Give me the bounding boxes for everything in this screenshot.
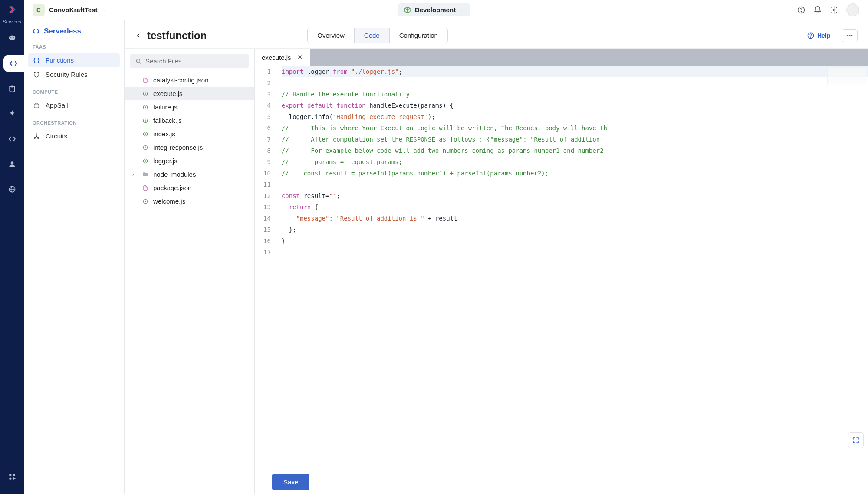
sidebar-item-security-rules[interactable]: Security Rules [28,67,120,82]
file-name: integ-response.js [153,144,203,151]
file-item[interactable]: fallback.js [125,114,254,127]
file-item[interactable]: welcome.js [125,194,254,208]
tab-code[interactable]: Code [355,28,390,43]
braces-icon [33,57,40,64]
svg-point-0 [9,36,15,40]
more-button[interactable]: ••• [842,29,858,42]
save-button[interactable]: Save [272,474,309,490]
project-selector[interactable]: C ConvoKraftTest [33,4,107,16]
svg-rect-14 [34,104,39,108]
chevron-down-icon [459,7,464,13]
file-type-icon [142,104,149,111]
file-name: execute.js [153,90,183,97]
sidebar-brand: Serverless [32,27,116,36]
file-name: welcome.js [153,198,185,205]
file-name: node_modules [153,171,196,178]
svg-rect-8 [9,474,11,476]
cube-icon [404,6,411,14]
content-header: testfunction OverviewCodeConfiguration H… [125,20,868,49]
back-button[interactable] [135,32,142,39]
project-name: ConvoKraftTest [49,6,97,13]
svg-point-2 [13,37,13,38]
svg-point-12 [801,11,801,12]
sidebar-item-circuits[interactable]: Circuits [28,129,120,143]
shield-icon [33,71,40,78]
user-avatar[interactable] [846,3,859,16]
rail-label: Services [3,19,21,24]
sidebar-item-label: AppSail [46,102,68,109]
file-type-icon [142,171,149,178]
editor-tabs: execute.js ✕ [255,49,868,66]
sidebar-item-label: Security Rules [46,71,88,78]
rail-icon-user[interactable] [3,155,21,173]
svg-line-21 [140,62,141,63]
search-icon [135,58,142,65]
page-title: testfunction [147,30,207,42]
editor-footer: Save [255,470,868,494]
help-icon[interactable] [797,6,806,14]
svg-point-16 [34,137,36,138]
rail-icon-datastore[interactable] [3,80,21,97]
minimap[interactable] [827,68,866,85]
file-item[interactable]: failure.js [125,100,254,114]
close-icon[interactable]: ✕ [297,53,303,61]
rail-icon-devops[interactable] [3,130,21,148]
file-type-icon [142,90,149,97]
file-search[interactable] [130,54,249,68]
circuits-icon [33,133,40,140]
file-item[interactable]: index.js [125,127,254,141]
file-name: package.json [153,184,191,191]
editor-tab[interactable]: execute.js ✕ [255,49,310,66]
file-item[interactable]: ›node_modules [125,168,254,181]
chevron-right-icon: › [132,171,138,178]
settings-icon[interactable] [830,6,838,14]
brand-logo[interactable] [6,3,18,16]
file-type-icon [142,117,149,124]
environment-selector[interactable]: Development [398,3,470,16]
sidebar-item-label: Circuits [46,132,67,140]
sidebar-item-appsail[interactable]: AppSail [28,98,120,112]
sidebar-brand-label: Serverless [44,27,81,36]
rail-icon-chat[interactable] [3,30,21,47]
sidebar-item-functions[interactable]: Functions [28,53,120,67]
notifications-icon[interactable] [813,6,822,14]
file-explorer: catalyst-config.jsonexecute.jsfailure.js… [125,49,255,494]
editor-gutter: 1234567891011121314151617 [255,66,276,470]
file-item[interactable]: catalyst-config.json [125,73,254,87]
file-name: failure.js [153,103,178,111]
tab-configuration[interactable]: Configuration [390,28,447,43]
rail-icon-serverless[interactable] [3,55,27,72]
editor-pane: execute.js ✕ 1234567891011121314151617 i… [255,49,868,494]
sidebar-section-label: FAAS [33,44,115,49]
file-name: logger.js [153,157,178,165]
sidebar-section-label: COMPUTE [33,89,115,95]
svg-point-17 [38,137,39,138]
header-tabs: OverviewCodeConfiguration [307,28,448,43]
file-type-icon [142,77,149,84]
file-type-icon [142,184,149,191]
rail-icon-apps[interactable] [3,468,21,485]
svg-point-13 [833,9,835,11]
expand-button[interactable] [848,432,864,448]
file-type-icon [142,144,149,151]
file-item[interactable]: logger.js [125,154,254,168]
rail-icon-sparkle[interactable] [3,105,21,122]
tab-overview[interactable]: Overview [308,28,355,43]
rail-icon-globe[interactable] [3,181,21,198]
svg-point-15 [36,134,37,135]
file-item[interactable]: integ-response.js [125,141,254,154]
environment-name: Development [415,6,456,13]
file-name: index.js [153,130,175,138]
editor-code[interactable]: import logger from "./logger.js"; // Han… [276,66,868,470]
help-link[interactable]: Help [807,32,830,40]
file-item[interactable]: package.json [125,181,254,194]
file-search-input[interactable] [145,57,244,65]
sail-icon [33,102,40,109]
sidebar-section-label: ORCHESTRATION [33,120,115,125]
help-label: Help [817,32,830,39]
topbar: C ConvoKraftTest Development [24,0,868,20]
code-editor[interactable]: 1234567891011121314151617 import logger … [255,66,868,470]
sidebar: Serverless FAASFunctionsSecurity RulesCO… [24,20,125,494]
file-item[interactable]: execute.js [125,87,254,100]
help-icon [807,32,815,40]
